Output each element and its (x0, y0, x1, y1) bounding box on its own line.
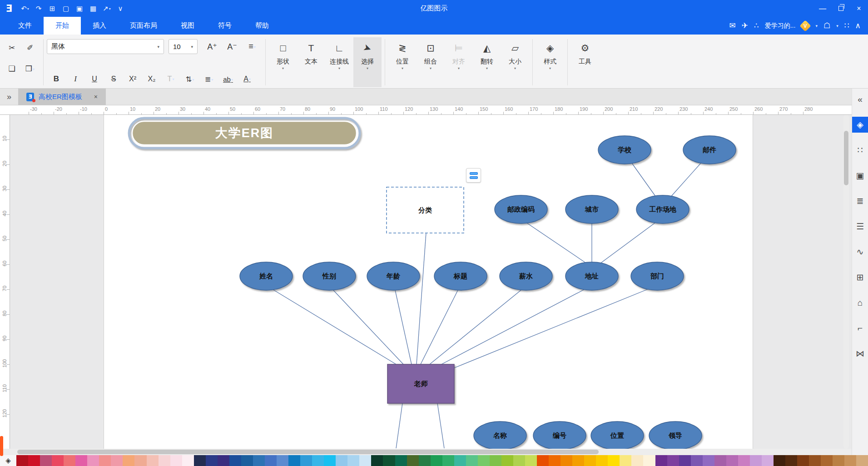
layers-icon[interactable]: ≣ (852, 193, 868, 209)
dropdown-caret-icon[interactable]: ▾ (815, 24, 818, 28)
color-swatch[interactable] (170, 455, 182, 466)
send-icon[interactable]: ✈ (742, 21, 748, 30)
scroll-position-indicator[interactable] (0, 436, 3, 456)
color-swatch[interactable] (40, 455, 52, 466)
color-swatch[interactable] (714, 455, 726, 466)
color-swatch[interactable] (442, 455, 454, 466)
italic-button[interactable]: I (66, 74, 85, 84)
apps-grid-icon[interactable]: ∷ (844, 21, 849, 30)
cut-button[interactable]: ✂ (9, 43, 15, 53)
superscript-button[interactable]: X² (123, 75, 142, 83)
color-swatch[interactable] (833, 455, 844, 466)
color-swatch[interactable] (691, 455, 703, 466)
menu-tab-insert[interactable]: 插入 (81, 17, 118, 35)
bullets-button[interactable]: ≣▾ (199, 75, 218, 84)
color-swatch[interactable] (525, 455, 537, 466)
horizontal-scrollbar-thumb[interactable] (17, 450, 599, 454)
fill-tool-icon[interactable]: ◈ (0, 455, 16, 466)
save-icon[interactable]: ▣ (73, 5, 86, 13)
export-icon[interactable]: ↗▾ (100, 5, 114, 13)
color-swatch[interactable] (620, 455, 631, 466)
color-swatch[interactable] (312, 455, 324, 466)
close-tab-icon[interactable]: × (94, 93, 98, 100)
color-swatch[interactable] (123, 455, 134, 466)
color-swatch[interactable] (419, 455, 431, 466)
symbol-library-icon[interactable]: ∷ (852, 142, 868, 158)
color-swatch[interactable] (206, 455, 218, 466)
color-swatch[interactable] (407, 455, 419, 466)
tool-text[interactable]: T文本 (297, 37, 325, 87)
connector-style-icon[interactable]: ⌐ (852, 320, 868, 336)
color-swatch[interactable] (87, 455, 99, 466)
outline-icon[interactable]: ☰ (852, 218, 868, 234)
bold-button[interactable]: B (47, 74, 66, 84)
copy-button[interactable]: ❏ (8, 64, 15, 74)
color-swatch[interactable] (797, 455, 809, 466)
strikethrough-button[interactable]: S (104, 75, 123, 83)
color-swatch[interactable] (774, 455, 785, 466)
tool-connector[interactable]: ∟连接线▾ (325, 37, 353, 87)
color-swatch[interactable] (667, 455, 679, 466)
vip-badge[interactable]: V (800, 20, 811, 31)
image-icon[interactable]: ▣ (852, 168, 868, 183)
font-family-select[interactable]: 黑体 ▾ (47, 39, 164, 54)
color-swatch[interactable] (288, 455, 300, 466)
color-swatch[interactable] (454, 455, 466, 466)
color-swatch[interactable] (52, 455, 64, 466)
color-swatch[interactable] (336, 455, 347, 466)
tool-position[interactable]: ≷位置▾ (388, 37, 417, 87)
color-swatch[interactable] (513, 455, 525, 466)
color-swatch[interactable] (844, 455, 856, 466)
color-swatch[interactable] (383, 455, 395, 466)
collapse-ribbon-icon[interactable]: ∧ (855, 21, 861, 30)
tool-size[interactable]: ▱大小▾ (501, 37, 529, 87)
tool-group[interactable]: ⊡组合▾ (417, 37, 445, 87)
chart-icon[interactable]: ∿ (852, 244, 868, 260)
color-swatch[interactable] (703, 455, 714, 466)
color-swatch[interactable] (431, 455, 442, 466)
account-name[interactable]: 爱学习的... (765, 22, 796, 30)
format-painter-button[interactable]: ✐ (27, 43, 33, 53)
merge-icon[interactable]: ⋈ (852, 346, 868, 362)
color-swatch[interactable] (466, 455, 478, 466)
color-swatch[interactable] (560, 455, 572, 466)
menu-tab-file[interactable]: 文件 (6, 17, 44, 35)
color-swatch[interactable] (856, 455, 868, 466)
color-swatch[interactable] (182, 455, 194, 466)
collapse-panel-icon[interactable]: « (852, 91, 868, 107)
color-swatch[interactable] (549, 455, 560, 466)
color-swatch[interactable] (371, 455, 383, 466)
color-swatch[interactable] (159, 455, 170, 466)
canvas-area[interactable]: 大学ER图学校邮件邮政编码城市工作场地姓名性别年龄标题薪水地址部门名称编号位置领… (0, 114, 852, 449)
app-logo-icon[interactable]: Ǝ (0, 3, 18, 14)
color-swatch[interactable] (265, 455, 277, 466)
close-button[interactable]: × (850, 0, 868, 17)
color-swatch[interactable] (277, 455, 288, 466)
color-swatch[interactable] (218, 455, 229, 466)
color-swatch[interactable] (241, 455, 253, 466)
print-icon[interactable]: ▦ (86, 5, 100, 13)
theme-shirt-icon[interactable]: ☖ (823, 21, 830, 30)
color-swatch[interactable] (537, 455, 549, 466)
color-swatch[interactable] (821, 455, 833, 466)
color-swatch[interactable] (194, 455, 206, 466)
tool-shape[interactable]: □形状▾ (269, 37, 297, 87)
color-swatch[interactable] (359, 455, 371, 466)
decrease-font-button[interactable]: A⁻ (222, 42, 242, 52)
line-spacing-button[interactable]: ⇅▾ (180, 75, 199, 84)
minimize-button[interactable]: — (813, 0, 832, 17)
color-swatch[interactable] (75, 455, 87, 466)
vertical-scrollbar[interactable] (843, 114, 849, 449)
color-swatch[interactable] (16, 455, 28, 466)
color-swatch[interactable] (229, 455, 241, 466)
color-swatch[interactable] (64, 455, 75, 466)
comments-icon[interactable]: ✉ (729, 21, 735, 30)
color-swatch[interactable] (608, 455, 620, 466)
color-swatch[interactable] (596, 455, 608, 466)
increase-font-button[interactable]: A⁺ (202, 42, 222, 52)
highlight-button[interactable]: ab▾ (218, 75, 238, 83)
menu-tab-page-layout[interactable]: 页面布局 (118, 17, 169, 35)
redo-icon[interactable]: ↷ (32, 5, 45, 13)
color-swatch[interactable] (643, 455, 655, 466)
color-swatch[interactable] (99, 455, 111, 466)
